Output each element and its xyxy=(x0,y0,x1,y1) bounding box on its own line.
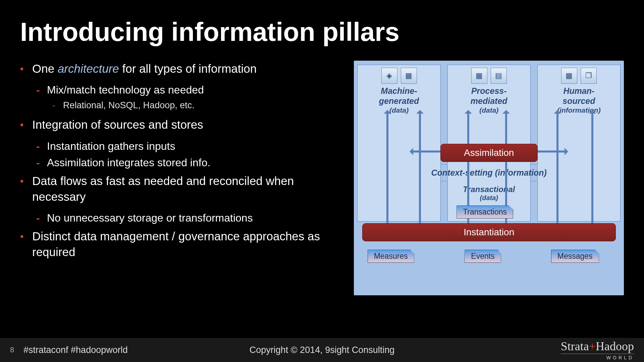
bullet-level-2: Assimilation integrates stored info. xyxy=(25,157,344,169)
pillar-icon: ◈ xyxy=(381,68,397,84)
pillar-icon: ▦ xyxy=(401,68,417,84)
copyright: Copyright © 2014, 9sight Consulting xyxy=(250,345,395,355)
pillar: ◈▦Machine-generated(data) xyxy=(357,65,440,222)
bullet-level-1: One architecture for all types of inform… xyxy=(20,61,344,76)
pillar-label: Human-sourced(information) xyxy=(540,86,618,114)
context-label: Context-setting (information) xyxy=(354,168,624,178)
bullet-level-2: No unnecessary storage or transformation… xyxy=(25,212,344,224)
pillar: ▦❐Human-sourced(information) xyxy=(537,65,621,222)
page-number: 8 xyxy=(10,346,23,354)
brand-world: WORLD xyxy=(561,354,634,360)
bullet-list: One architecture for all types of inform… xyxy=(20,61,344,295)
pillar-icon: ▦ xyxy=(471,68,487,84)
brand-plus: + xyxy=(589,340,596,353)
transactional-sub: (data) xyxy=(443,194,535,202)
transactional-text: Transactional xyxy=(463,185,515,194)
pillar-label: Process-mediated(data) xyxy=(450,86,528,114)
arrow-up-icon xyxy=(419,111,421,225)
bullet-level-1: Integration of sources and stores xyxy=(20,117,344,132)
arrow-right-icon xyxy=(538,150,568,153)
bullet-level-3: Relational, NoSQL, Hadoop, etc. xyxy=(25,100,344,111)
pillar-label: Machine-generated(data) xyxy=(360,86,437,114)
transactions-box: Transactions xyxy=(457,205,513,219)
brand-logo: Strata+Hadoop WORLD xyxy=(561,340,634,360)
content-row: One architecture for all types of inform… xyxy=(20,61,624,295)
pillar-icon: ▤ xyxy=(491,68,507,84)
pillars-diagram: ◈▦Machine-generated(data)▦▤Process-media… xyxy=(354,61,624,295)
bullet-level-2: Mix/match technology as needed xyxy=(25,84,344,96)
slide: Introducing information pillars One arch… xyxy=(0,0,644,362)
brand-strata: Strata xyxy=(561,340,589,353)
footer: 8 #strataconf #hadoopworld Copyright © 2… xyxy=(0,338,644,362)
bullet-level-1: Data flows as fast as needed and reconci… xyxy=(20,173,344,205)
transactional-label: Transactional (data) xyxy=(443,185,535,202)
brand-hadoop: Hadoop xyxy=(596,340,634,353)
assimilation-box: Assimilation xyxy=(440,144,538,162)
measures-box: Measures xyxy=(368,250,414,263)
pillar-icon: ▦ xyxy=(561,68,577,84)
messages-box: Messages xyxy=(551,250,599,263)
arrow-up-icon xyxy=(591,111,593,225)
pillar-icon: ❐ xyxy=(581,68,597,84)
hashtags: #strataconf #hadoopworld xyxy=(23,345,128,355)
bullet-level-1: Distinct data management / governance ap… xyxy=(20,228,344,260)
arrow-left-icon xyxy=(411,150,440,153)
events-box: Events xyxy=(465,250,501,263)
slide-title: Introducing information pillars xyxy=(20,17,624,47)
instantiation-box: Instantiation xyxy=(362,223,616,241)
arrow-up-icon xyxy=(386,111,388,225)
bullet-level-2: Instantiation gathers inputs xyxy=(25,140,344,153)
arrow-up-icon xyxy=(556,111,558,225)
